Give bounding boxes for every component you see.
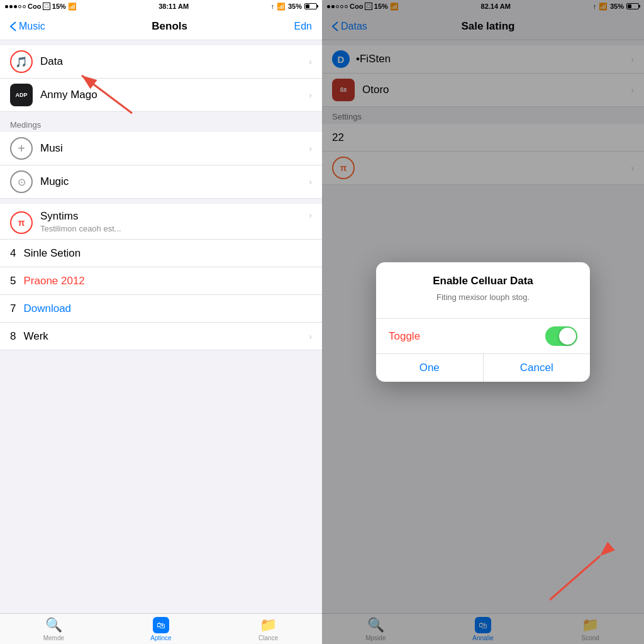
modal-title: Enable Celluar Data xyxy=(389,275,577,287)
list-item-syntims[interactable]: π Syntims Testilimon ceaoh est... › xyxy=(0,204,322,240)
dot4 xyxy=(18,5,21,8)
left-status-left: Coo □ 15% 📶 xyxy=(5,3,77,11)
dot5 xyxy=(23,5,26,8)
right-phone-panel: Coo □ 15% 📶 82.14 AM ↑ 📶 35% Datas Sale … xyxy=(322,0,644,644)
mugic-icon: ⊙ xyxy=(10,170,33,193)
data-title: Data xyxy=(40,55,63,68)
modal-buttons: One Cancel xyxy=(376,354,590,382)
anmy-title: Anmy Mago xyxy=(40,89,97,101)
sinle-number: 4 xyxy=(10,247,16,260)
tab-clance-label: Clance xyxy=(258,635,278,641)
syntims-icon: π xyxy=(10,211,33,234)
battery-tip xyxy=(317,5,318,8)
sinle-title: Sinle Setion xyxy=(23,247,80,260)
dot2 xyxy=(9,5,13,8)
modal-btn-cancel[interactable]: Cancel xyxy=(484,354,591,382)
tab-clance-icon: 📁 xyxy=(260,617,277,633)
data-icon: 🎵 xyxy=(10,50,33,73)
tab-aptince[interactable]: 🛍 Aptince xyxy=(108,617,215,641)
location-arrow-left: ↑ xyxy=(270,3,274,10)
medings-gap: Medings xyxy=(0,112,322,132)
werk-title: Werk xyxy=(23,330,48,343)
anmy-chevron: › xyxy=(309,90,312,100)
praone-title: Praone 2012 xyxy=(23,275,84,287)
mugic-title: Mugic xyxy=(40,175,69,188)
left-status-bar: Coo □ 15% 📶 38:11 AM ↑ 📶 35% xyxy=(0,0,322,13)
download-title: Download xyxy=(23,303,71,315)
tab-aptince-label: Aptince xyxy=(150,635,171,641)
wifi-icon-left: 📶 xyxy=(68,3,77,11)
musi-icon: + xyxy=(10,137,33,160)
modal-box: Enable Celluar Data Fiting mexisor louph… xyxy=(376,262,590,382)
back-button-left[interactable]: Music xyxy=(10,21,45,32)
left-phone-panel: Coo □ 15% 📶 38:11 AM ↑ 📶 35% Music Benol… xyxy=(0,0,322,644)
syntims-text: Syntims Testilimon ceaoh est... xyxy=(40,210,309,233)
nav-action-left[interactable]: Edn xyxy=(294,21,312,32)
musi-chevron: › xyxy=(309,143,312,153)
network-label: □ xyxy=(43,3,50,10)
list-item-download[interactable]: 7 Download xyxy=(0,295,322,323)
wifi-icon-right-left: 📶 xyxy=(277,3,286,11)
time-left: 38:11 AM xyxy=(158,3,189,10)
tab-clance[interactable]: 📁 Clance xyxy=(214,617,322,641)
list-item-data[interactable]: 🎵 Data › xyxy=(0,45,322,79)
battery-pct-left: 15% xyxy=(52,3,66,10)
battery-icon-left xyxy=(304,3,317,9)
top-gap xyxy=(0,40,322,45)
dot1 xyxy=(5,5,8,8)
list-item-mugic[interactable]: ⊙ Mugic › xyxy=(0,165,322,199)
anmy-icon: ADP xyxy=(10,84,33,106)
battery-pct-right-left: 35% xyxy=(288,3,302,10)
modal-toggle-row: Toggle xyxy=(376,319,590,354)
tab-aptince-icon: 🛍 xyxy=(153,617,169,633)
svg-line-3 xyxy=(550,556,600,600)
list-item-sinle[interactable]: 4 Sinle Setion xyxy=(0,240,322,267)
syntims-chevron: › xyxy=(309,210,312,220)
tab-memde-icon: 🔍 xyxy=(45,617,62,633)
left-tab-bar: 🔍 Memde 🛍 Aptince 📁 Clance xyxy=(0,613,322,644)
list-item-werk[interactable]: 8 Werk › xyxy=(0,323,322,350)
list-item-anmy-mago[interactable]: ADP Anmy Mago › xyxy=(0,79,322,112)
syntims-subtitle: Testilimon ceaoh est... xyxy=(40,224,309,233)
syntims-title: Syntims xyxy=(40,210,309,223)
modal-btn-one[interactable]: One xyxy=(376,354,483,382)
back-label-left: Music xyxy=(19,21,45,32)
modal-message: Fiting mexisor louph stog. xyxy=(389,292,577,302)
modal-overlay: Enable Celluar Data Fiting mexisor louph… xyxy=(322,0,644,644)
werk-chevron: › xyxy=(309,331,312,341)
carrier-label: Coo xyxy=(28,3,41,10)
battery-fill xyxy=(306,4,309,8)
praone-number: 5 xyxy=(10,275,16,287)
tab-memde-label: Memde xyxy=(43,635,64,641)
signal-dots xyxy=(5,5,26,8)
nav-title-left: Benols xyxy=(152,20,187,33)
download-number: 7 xyxy=(10,303,16,315)
bottom-fill xyxy=(0,350,322,388)
data-chevron: › xyxy=(309,57,312,67)
toggle-switch[interactable] xyxy=(545,326,577,346)
mugic-chevron: › xyxy=(309,177,312,187)
musi-title: Musi xyxy=(40,142,63,155)
list-item-musi[interactable]: + Musi › xyxy=(0,132,322,165)
mid-gap xyxy=(0,199,322,204)
left-list-content: 🎵 Data › ADP Anmy Mago › Medings + Mu xyxy=(0,40,322,613)
modal-body: Enable Celluar Data Fiting mexisor louph… xyxy=(376,262,590,308)
medings-header: Medings xyxy=(10,120,41,130)
toggle-knob xyxy=(559,328,576,345)
toggle-label: Toggle xyxy=(389,330,420,343)
werk-number: 8 xyxy=(10,330,16,343)
left-nav-bar: Music Benols Edn xyxy=(0,13,322,40)
left-status-right: ↑ 📶 35% xyxy=(270,3,317,11)
arrow-cancel xyxy=(531,531,631,606)
tab-memde[interactable]: 🔍 Memde xyxy=(0,617,108,641)
dot3 xyxy=(14,5,17,8)
list-item-praone[interactable]: 5 Praone 2012 xyxy=(0,267,322,295)
